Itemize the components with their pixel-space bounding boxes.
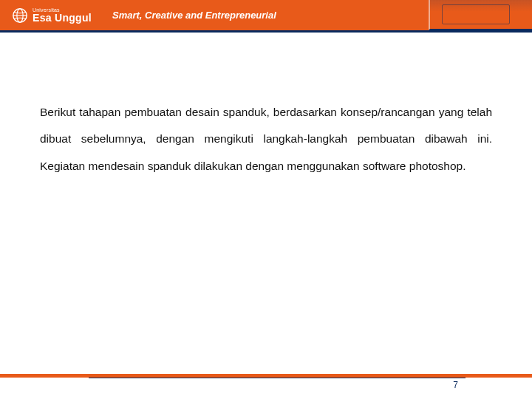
page-number: 7 [453,380,466,390]
header-tagline: Smart, Creative and Entrepreneurial [112,10,276,21]
page-content: Berikut tahapan pembuatan desain spanduk… [0,33,532,180]
logo-title: Esa Unggul [33,13,92,23]
page-footer: 7 [0,374,532,390]
logo-subtitle: Universitas [33,7,92,13]
footer-rule: 7 [89,378,466,390]
logo-text: Universitas Esa Unggul [33,7,92,23]
logo-globe-icon [12,7,28,24]
header-decoration [429,0,532,30]
body-paragraph: Berikut tahapan pembuatan desain spanduk… [40,99,492,180]
page-header: Universitas Esa Unggul Smart, Creative a… [0,0,532,33]
brand-logo: Universitas Esa Unggul [0,0,100,30]
